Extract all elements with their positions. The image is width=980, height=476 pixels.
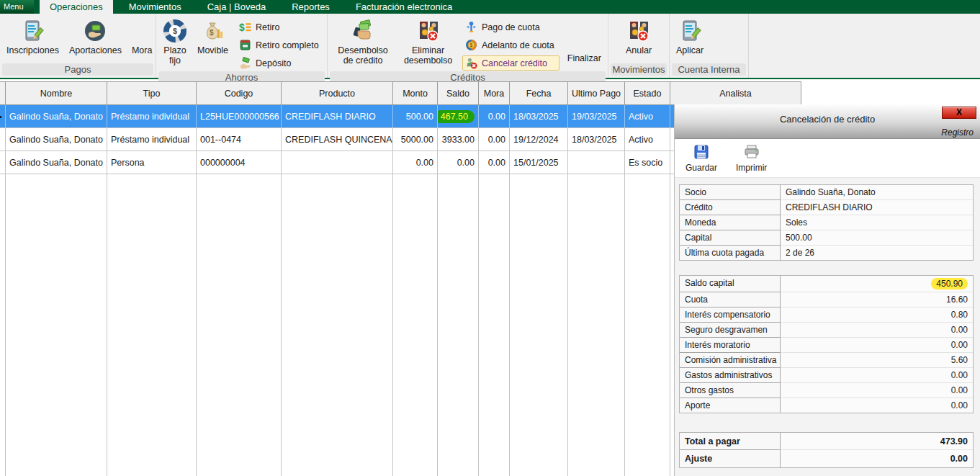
tab-operaciones[interactable]: Operaciones: [40, 0, 113, 14]
form-row-otros-gastos: Otros gastos 0.00: [680, 383, 973, 398]
grid-empty-column: [0, 174, 6, 476]
column-header-saldo[interactable]: Saldo: [438, 82, 479, 104]
pago-cuota-button[interactable]: Pago de cuota: [462, 19, 559, 35]
otros-gastos-label: Otros gastos: [680, 383, 781, 398]
comision-administrativa-value[interactable]: 5.60: [781, 353, 973, 368]
toolbar-group-pagos: Inscripciones Aportaciones Mora Pagos: [0, 14, 156, 78]
ajuste-value[interactable]: 0.00: [781, 450, 973, 467]
aplicar-button[interactable]: Aplicar: [671, 15, 709, 63]
eliminar-desembolso-label: Eliminar desembolso: [402, 45, 454, 66]
cuota-label: Cuota: [680, 292, 781, 307]
ultima-cuota-value[interactable]: 2 de 26: [781, 246, 973, 260]
form-row-seguro-desgravamen: Seguro desgravamen 0.00: [680, 323, 973, 338]
column-header-estado[interactable]: Estado: [625, 82, 670, 104]
column-header-codigo[interactable]: Codigo: [197, 82, 282, 104]
tab-movimientos[interactable]: Movimientos: [119, 0, 192, 14]
selected-row-arrow-icon: ►: [0, 113, 4, 120]
aporte-value[interactable]: 0.00: [781, 398, 973, 413]
column-header-mora[interactable]: Mora: [479, 82, 510, 104]
tab-caja-boveda[interactable]: Caja | Boveda: [197, 0, 276, 14]
cell-tipo: Persona: [107, 151, 197, 174]
cell-codigo: 001--0474: [197, 128, 282, 151]
saldo-capital-value[interactable]: 450.90: [781, 276, 973, 292]
credito-value[interactable]: CREDIFLASH DIARIO: [781, 200, 973, 215]
capital-value[interactable]: 500.00: [781, 230, 973, 246]
cancelar-credito-button[interactable]: Cancelar crédito: [462, 55, 559, 71]
form-row-gastos-administrativos: Gastos administrativos 0.00: [680, 368, 973, 383]
plazo-fijo-button[interactable]: $ Plazo fijo: [158, 15, 192, 71]
anular-label: Anular: [626, 45, 652, 55]
moneda-value[interactable]: Soles: [781, 215, 973, 230]
tab-facturacion-electronica[interactable]: Facturación electronica: [346, 0, 462, 14]
aportaciones-button[interactable]: Aportaciones: [64, 15, 127, 63]
adelanto-cuota-label: Adelanto de cuota: [482, 40, 554, 50]
guardar-button[interactable]: Guardar: [682, 143, 721, 177]
otros-gastos-value[interactable]: 0.00: [781, 383, 973, 398]
inscripciones-button[interactable]: Inscripciones: [1, 15, 64, 63]
cancelacion-credito-panel: Cancelación de crédito X Registro Guarda…: [674, 104, 980, 476]
inscripciones-label: Inscripciones: [6, 45, 59, 55]
eliminar-desembolso-button[interactable]: Eliminar desembolso: [397, 15, 459, 71]
dollar-lines-icon: $: [239, 21, 251, 33]
credito-label: Crédito: [680, 200, 781, 215]
form-row-capital: Capital 500.00: [680, 230, 973, 246]
column-header-producto[interactable]: Producto: [282, 82, 393, 104]
ribbon-tab-bar: Menu Operaciones Movimientos Caja | Bove…: [0, 0, 980, 14]
row-selector-cell: ►: [0, 105, 6, 127]
guardar-label: Guardar: [685, 163, 717, 173]
column-header-tipo[interactable]: Tipo: [107, 82, 197, 104]
aplicar-label: Aplicar: [676, 45, 703, 55]
cell-producto: [282, 151, 393, 174]
cuota-value[interactable]: 16.60: [781, 292, 973, 307]
form-row-comision-administrativa: Comisión administrativa 5.60: [680, 353, 973, 368]
panel-subtitle: Registro: [941, 127, 974, 138]
amounts-group: Saldo capital 450.90 Cuota 16.60 Interés…: [679, 275, 974, 413]
column-header-fecha[interactable]: Fecha: [510, 82, 568, 104]
seguro-desgravamen-value[interactable]: 0.00: [781, 323, 973, 338]
desembolso-credito-button[interactable]: Desembolso de crédito: [329, 15, 397, 71]
saldo-capital-label: Saldo capital: [680, 276, 781, 292]
seguro-desgravamen-label: Seguro desgravamen: [680, 323, 781, 338]
row-selector-cell: [0, 151, 6, 174]
menu-button[interactable]: Menu: [0, 0, 34, 14]
cell-producto: CREDIFLASH DIARIO: [282, 105, 393, 127]
anular-button[interactable]: Anular: [621, 15, 657, 63]
retiro-button[interactable]: $ Retiro: [236, 19, 324, 35]
movible-button[interactable]: $ Movible: [192, 15, 233, 71]
gastos-administrativos-label: Gastos administrativos: [680, 368, 781, 383]
tablet-pencil-icon: [20, 17, 45, 45]
group-label-cuenta-interna: Cuenta Interna: [672, 63, 746, 76]
form-row-interes-compensatorio: Interés compensatorio 0.80: [680, 307, 973, 323]
cell-tipo: Préstamo individual: [107, 105, 197, 127]
people-x-icon: [416, 17, 441, 45]
hand-deposit-icon: [239, 57, 251, 69]
plazo-fijo-label: Plazo fijo: [163, 45, 187, 66]
column-header-ultimo-pago[interactable]: Ultimo Pago: [568, 82, 625, 104]
finalizar-button[interactable]: Finalizar: [562, 15, 606, 71]
cell-ultimo-pago: [568, 151, 625, 174]
gastos-administrativos-value[interactable]: 0.00: [781, 368, 973, 383]
imprimir-button[interactable]: Imprimir: [732, 143, 770, 177]
close-button[interactable]: X: [942, 107, 976, 119]
deposito-button[interactable]: Depósito: [236, 55, 324, 71]
column-header-monto[interactable]: Monto: [393, 82, 438, 104]
mora-button[interactable]: Mora: [127, 15, 157, 63]
grid-empty-column: [282, 174, 393, 476]
column-header-analista[interactable]: Analista: [670, 82, 801, 104]
interes-compensatorio-value[interactable]: 0.80: [781, 307, 973, 323]
group-label-pagos: Pagos: [2, 63, 153, 76]
interes-moratorio-value[interactable]: 0.00: [781, 338, 973, 353]
aportaciones-label: Aportaciones: [69, 45, 122, 55]
panel-actions-bar: Guardar Imprimir: [675, 139, 980, 178]
adelanto-cuota-button[interactable]: $ Adelanto de cuota: [462, 37, 559, 53]
comision-administrativa-label: Comisión administrativa: [680, 353, 781, 368]
socio-label: Socio: [680, 185, 781, 200]
form-row-aporte: Aporte 0.00: [680, 398, 973, 413]
column-header-nombre[interactable]: Nombre: [6, 82, 107, 104]
retiro-completo-button[interactable]: Retiro completo: [236, 37, 324, 53]
money-bag-icon: $: [201, 17, 225, 45]
cell-saldo: 0.00: [438, 151, 479, 174]
socio-value[interactable]: Galindo Suaña, Donato: [781, 185, 973, 200]
toolbar-empty-space: [749, 14, 980, 78]
tab-reportes[interactable]: Reportes: [282, 0, 340, 14]
